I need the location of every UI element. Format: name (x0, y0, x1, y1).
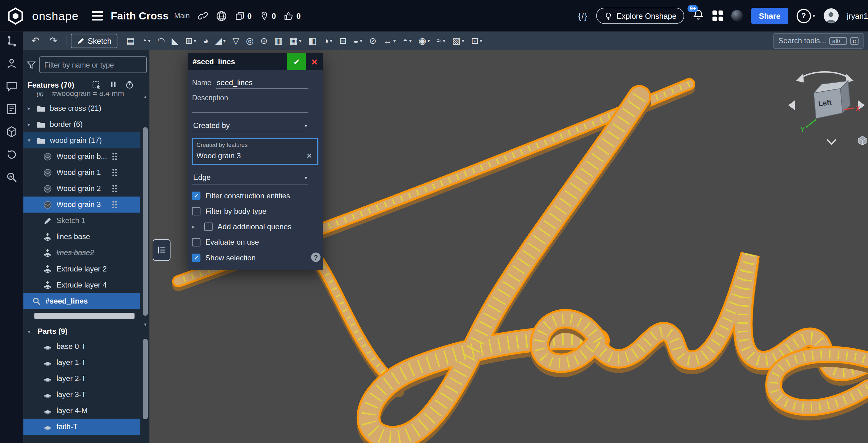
pan-left-arrow-icon[interactable] (788, 100, 795, 110)
remove-selection-icon[interactable]: ✕ (305, 152, 314, 160)
feature-row-lines-base[interactable]: lines base (23, 229, 140, 245)
part-row-layer-2-t[interactable]: layer 2-T (23, 371, 140, 386)
copies-counter[interactable]: 0 (235, 11, 251, 21)
filter-construction-checkbox[interactable]: ✔ (192, 192, 200, 200)
tool-fillet[interactable]: ◕ (199, 36, 212, 46)
features-scrollbar-thumb[interactable] (143, 127, 148, 316)
sketch-button[interactable]: Sketch (71, 34, 118, 48)
tool-loft[interactable]: ◣ (168, 35, 182, 46)
drag-handle-icon[interactable] (112, 169, 117, 176)
comments-icon[interactable] (5, 80, 18, 92)
search-tools-input[interactable]: Search tools... alt/~c (773, 33, 863, 49)
confirm-button[interactable]: ✔ (287, 53, 306, 70)
filter-funnel-icon[interactable] (27, 60, 36, 70)
show-selection-checkbox[interactable]: ✔ (192, 254, 200, 262)
isometric-view-icon[interactable] (859, 136, 866, 145)
tool-hole[interactable]: ⊙ (257, 35, 271, 46)
feature-row-wood-grain-b[interactable]: Wood grain b... (23, 148, 140, 164)
avatar[interactable] (824, 8, 838, 23)
cancel-button[interactable]: × (306, 53, 323, 70)
feature-history-icon[interactable] (5, 148, 18, 160)
dialog-help-icon[interactable]: ? (311, 253, 320, 262)
expand-chevron-icon[interactable]: ▸ (192, 224, 199, 230)
scroll-up-arrow-icon[interactable]: ▲ (142, 94, 148, 99)
feature-row-folder-base-cross[interactable]: ▸ base cross (21) (23, 100, 140, 116)
feature-row-folder-border[interactable]: ▸ border (6) (23, 116, 140, 132)
add-queries-checkbox[interactable]: ✔ (204, 223, 213, 231)
feature-row-variable[interactable]: #woodgrain = 8.4 mm (23, 92, 140, 100)
tool-mirror[interactable]: ◧ (305, 35, 320, 46)
feature-row-extrude-layer-2[interactable]: Extrude layer 2 (23, 261, 140, 277)
explore-onshape-button[interactable]: Explore Onshape (596, 8, 684, 24)
tool-modify-fillet[interactable]: ◓▾ (399, 36, 415, 46)
horizontal-scrollbar[interactable] (34, 313, 136, 319)
entity-type-dropdown[interactable]: Edge ▾ (192, 172, 309, 184)
feature-filter-input[interactable] (39, 57, 147, 73)
tool-rib[interactable]: ▥ (271, 35, 286, 46)
scroll-down-arrow-icon[interactable]: ▼ (142, 322, 148, 327)
share-button[interactable]: Share (751, 7, 788, 24)
main-menu-icon[interactable] (92, 11, 103, 21)
view-cube-collapse-icon[interactable] (827, 139, 836, 144)
feature-row-wood-grain-3[interactable]: Wood grain 3 (23, 196, 140, 213)
dialog-title-bar[interactable]: #seed_lines ✔ × (188, 53, 323, 70)
app-grid-icon[interactable] (712, 10, 723, 21)
follow-mode-icon[interactable] (5, 58, 18, 70)
versions-history-icon[interactable] (5, 35, 18, 47)
tool-chamfer[interactable]: ◢▾ (212, 35, 229, 46)
undo-icon[interactable]: ↶ (28, 35, 43, 46)
tool-boolean[interactable]: ◑▾ (320, 36, 336, 46)
select-features-icon[interactable] (92, 80, 101, 90)
tool-fill[interactable]: ◒▾ (350, 36, 366, 46)
evaluate-on-use-checkbox[interactable]: ✔ (192, 238, 200, 247)
feature-row-wood-grain-1[interactable]: Wood grain 1 (23, 164, 140, 181)
rotate-left-arrow-icon[interactable] (796, 74, 804, 83)
notifications-button[interactable]: 9+ (692, 9, 704, 23)
view-cube[interactable]: Left Y X (784, 58, 867, 152)
tool-move-face[interactable]: ↔▾ (380, 36, 399, 46)
tool-curves[interactable]: ≈▾ (434, 36, 449, 46)
tool-named-query[interactable]: ◉▾ (415, 35, 433, 46)
workspace-label[interactable]: Main (174, 12, 190, 20)
horizontal-scrollbar-thumb[interactable] (34, 313, 134, 319)
search-learning-icon[interactable] (5, 171, 18, 183)
drag-handle-icon[interactable] (112, 153, 117, 160)
notes-icon[interactable] (5, 103, 18, 115)
regen-timer-icon[interactable] (125, 80, 134, 89)
onshape-logo-icon[interactable] (7, 7, 24, 24)
tool-custom-features[interactable]: ⊡▾ (468, 35, 486, 46)
tool-surfaces[interactable]: ▧▾ (448, 35, 467, 46)
issues-counter[interactable]: 0 (259, 11, 276, 21)
part-row-layer-1-t[interactable]: layer 1-T (23, 354, 140, 371)
tool-delete-face[interactable]: ⊘ (366, 35, 380, 46)
redo-icon[interactable]: ↷ (46, 35, 61, 46)
tool-split[interactable]: ⊟ (336, 35, 350, 46)
feature-row-extrude-layer-4[interactable]: Extrude layer 4 (23, 277, 140, 293)
drag-handle-icon[interactable] (112, 201, 117, 208)
part-row-layer-3-t[interactable]: layer 3-T (23, 386, 140, 403)
tool-extrude[interactable]: ⊞▾ (182, 35, 199, 46)
feature-row-folder-wood-grain[interactable]: ▾ wood grain (17) (23, 132, 140, 148)
part-row-faith-t[interactable]: faith-T (23, 419, 140, 435)
part-row-base-0-t[interactable]: base 0-T (23, 339, 140, 354)
tool-paste[interactable]: ▤ (123, 35, 138, 46)
parts-header[interactable]: ▾ Parts (9) (23, 324, 149, 339)
tool-revolve[interactable]: ◔▾ (138, 36, 154, 46)
tool-draft[interactable]: ▽ (229, 35, 243, 46)
created-by-dropdown[interactable]: Created by ▾ (192, 120, 309, 132)
feature-row-wood-grain-2[interactable]: Wood grain 2 (23, 181, 140, 196)
tool-linear-pattern[interactable]: ▦▾ (286, 35, 305, 46)
featurescript-icon[interactable]: {/} (578, 11, 588, 21)
feature-row-seed-lines[interactable]: #seed_lines (23, 293, 140, 309)
tool-sweep[interactable]: ◠ (154, 35, 168, 46)
feature-row-sketch-1[interactable]: Sketch 1 (23, 213, 140, 229)
configurations-icon[interactable] (5, 126, 18, 137)
part-row-layer-4-m[interactable]: layer 4-M (23, 403, 140, 419)
created-by-features-selector[interactable]: Created by features Wood grain 3 ✕ (192, 138, 318, 165)
parts-scrollbar-thumb[interactable] (143, 339, 148, 419)
help-menu-button[interactable]: ? ▾ (797, 9, 815, 23)
rotate-arc[interactable] (800, 72, 849, 79)
name-field[interactable] (216, 79, 308, 89)
tool-shell[interactable]: ◎ (243, 35, 257, 46)
suspend-rebuild-icon[interactable] (109, 80, 117, 88)
